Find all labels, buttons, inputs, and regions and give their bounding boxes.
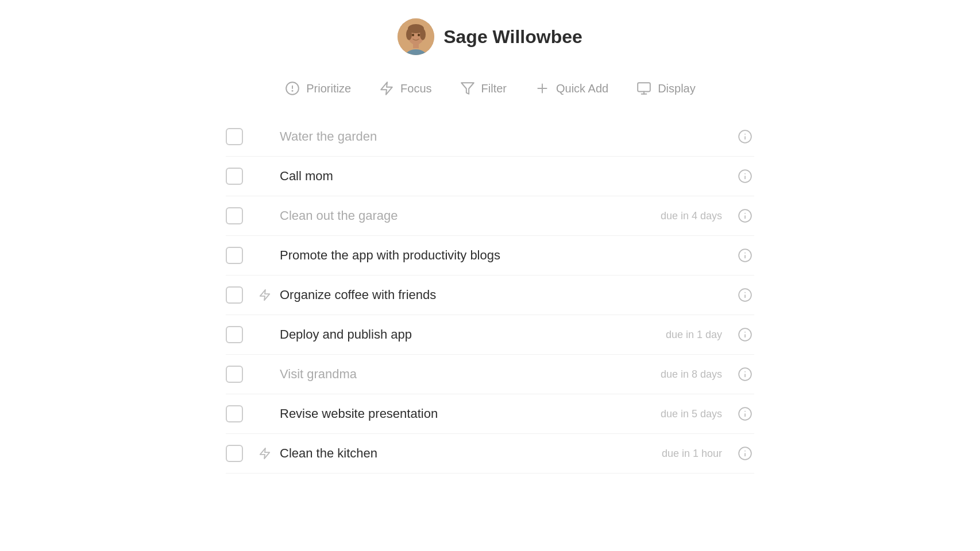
task-info-icon[interactable] bbox=[736, 246, 754, 265]
task-item: Water the garden bbox=[226, 117, 754, 157]
lightning-icon bbox=[379, 80, 395, 96]
task-info-icon[interactable] bbox=[736, 207, 754, 225]
toolbar: Prioritize Focus Filter Quick Add bbox=[0, 71, 980, 117]
task-info-icon[interactable] bbox=[736, 365, 754, 383]
task-checkbox[interactable] bbox=[226, 207, 243, 224]
display-label: Display bbox=[658, 82, 696, 95]
prioritize-button[interactable]: Prioritize bbox=[284, 80, 351, 96]
task-title: Organize coffee with friends bbox=[280, 288, 736, 302]
task-title: Clean out the garage bbox=[280, 208, 661, 223]
task-checkbox[interactable] bbox=[226, 247, 243, 264]
task-item: Clean out the garagedue in 4 days bbox=[226, 196, 754, 236]
task-list: Water the gardenCall momClean out the ga… bbox=[203, 117, 777, 474]
svg-marker-44 bbox=[260, 448, 270, 459]
task-title: Promote the app with productivity blogs bbox=[280, 248, 736, 263]
quick-add-button[interactable]: Quick Add bbox=[534, 80, 608, 96]
quick-add-label: Quick Add bbox=[556, 82, 608, 95]
task-info-icon[interactable] bbox=[736, 286, 754, 304]
svg-marker-31 bbox=[260, 290, 270, 300]
filter-label: Filter bbox=[481, 82, 507, 95]
task-checkbox[interactable] bbox=[226, 366, 243, 383]
task-due-date: due in 5 days bbox=[661, 408, 722, 420]
exclamation-circle-icon bbox=[284, 80, 300, 96]
task-checkbox[interactable] bbox=[226, 286, 243, 304]
svg-rect-16 bbox=[638, 83, 650, 91]
svg-point-7 bbox=[412, 34, 414, 36]
filter-button[interactable]: Filter bbox=[460, 80, 507, 96]
task-checkbox[interactable] bbox=[226, 128, 243, 145]
task-checkbox[interactable] bbox=[226, 326, 243, 343]
task-due-date: due in 1 hour bbox=[662, 448, 722, 460]
task-item: Call mom bbox=[226, 157, 754, 196]
funnel-icon bbox=[460, 80, 476, 96]
task-due-date: due in 1 day bbox=[666, 329, 722, 341]
task-info-icon[interactable] bbox=[736, 405, 754, 423]
task-checkbox[interactable] bbox=[226, 168, 243, 185]
task-focus-icon bbox=[257, 445, 273, 461]
task-due-date: due in 4 days bbox=[661, 210, 722, 222]
svg-point-5 bbox=[406, 29, 412, 40]
task-checkbox[interactable] bbox=[226, 405, 243, 422]
svg-marker-13 bbox=[461, 83, 474, 94]
task-due-date: due in 8 days bbox=[661, 368, 722, 381]
task-info-icon[interactable] bbox=[736, 127, 754, 146]
focus-button[interactable]: Focus bbox=[379, 80, 431, 96]
task-info-icon[interactable] bbox=[736, 325, 754, 344]
task-item: Visit grandmadue in 8 days bbox=[226, 355, 754, 394]
task-checkbox[interactable] bbox=[226, 445, 243, 462]
task-title: Call mom bbox=[280, 169, 736, 184]
svg-point-11 bbox=[292, 91, 293, 91]
task-item: Clean the kitchendue in 1 hour bbox=[226, 434, 754, 474]
task-focus-icon bbox=[257, 287, 273, 303]
task-info-icon[interactable] bbox=[736, 444, 754, 463]
task-title: Clean the kitchen bbox=[280, 446, 662, 461]
task-title: Revise website presentation bbox=[280, 406, 661, 421]
focus-label: Focus bbox=[400, 82, 431, 95]
task-item: Promote the app with productivity blogs bbox=[226, 236, 754, 276]
task-item: Revise website presentationdue in 5 days bbox=[226, 394, 754, 434]
header: Sage Willowbee bbox=[0, 0, 980, 71]
svg-marker-12 bbox=[381, 82, 392, 95]
task-info-icon[interactable] bbox=[736, 167, 754, 185]
display-button[interactable]: Display bbox=[636, 80, 696, 96]
svg-point-6 bbox=[420, 29, 426, 40]
task-title: Water the garden bbox=[280, 129, 736, 144]
task-title: Deploy and publish app bbox=[280, 327, 666, 342]
user-name: Sage Willowbee bbox=[443, 26, 582, 48]
task-item: Organize coffee with friends bbox=[226, 276, 754, 315]
prioritize-label: Prioritize bbox=[306, 82, 351, 95]
plus-icon bbox=[534, 80, 550, 96]
task-item: Deploy and publish appdue in 1 day bbox=[226, 315, 754, 355]
avatar bbox=[398, 18, 434, 55]
task-title: Visit grandma bbox=[280, 367, 661, 382]
svg-point-8 bbox=[418, 34, 420, 36]
monitor-icon bbox=[636, 80, 652, 96]
